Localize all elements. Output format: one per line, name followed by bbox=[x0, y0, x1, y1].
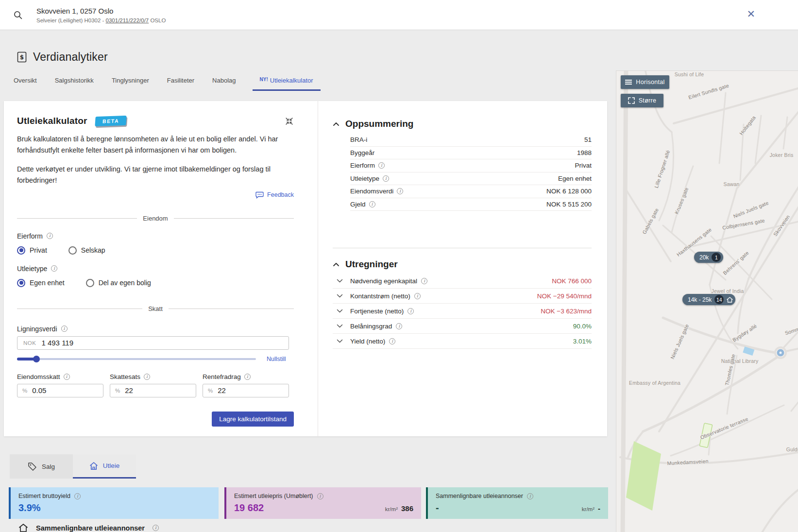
page-title: $ Verdianalytiker bbox=[17, 51, 108, 64]
chevron-down-icon[interactable] bbox=[337, 279, 343, 283]
info-icon[interactable] bbox=[397, 188, 403, 194]
row-label: Nødvendig egenkapital bbox=[350, 277, 417, 285]
sammenlignbare-section-header[interactable]: Sammenlignbare utleieannonser bbox=[18, 523, 159, 532]
collapse-icon[interactable] bbox=[285, 117, 294, 126]
info-icon[interactable] bbox=[378, 162, 385, 169]
table-row: GjeldNOK 5 515 200 bbox=[350, 198, 592, 211]
unit-value: 386 bbox=[401, 504, 413, 513]
field-value: 0.05 bbox=[32, 386, 46, 395]
info-icon[interactable] bbox=[421, 278, 427, 284]
card-value: 3.9% bbox=[18, 502, 41, 514]
map-label: Embassy of Argentina bbox=[629, 380, 680, 386]
info-icon[interactable] bbox=[389, 338, 395, 344]
ligningsverdi-input[interactable]: NOK 1 493 119 bbox=[17, 336, 289, 350]
tab-nabolag[interactable]: Nabolag bbox=[211, 77, 237, 91]
tab-fasiliteter[interactable]: Fasiliteter bbox=[166, 77, 196, 91]
tab-oversikt[interactable]: Oversikt bbox=[12, 77, 38, 91]
row-label: BRA-i bbox=[350, 136, 367, 143]
eierform-label: Eierform bbox=[17, 232, 43, 240]
map-panel[interactable]: Sushi of Life Eilert Sundts gate Holtega… bbox=[616, 70, 798, 532]
radio-circle bbox=[17, 246, 25, 255]
skattesats-input[interactable]: %22 bbox=[110, 384, 196, 397]
radio-del-av-egen-bolig[interactable]: Del av egen bolig bbox=[86, 279, 151, 287]
row-value: 1988 bbox=[577, 149, 592, 156]
close-icon[interactable]: ✕ bbox=[747, 9, 755, 19]
tab-tinglysninger[interactable]: Tinglysninger bbox=[110, 77, 151, 91]
map-label: Sawan bbox=[723, 181, 739, 187]
chat-icon bbox=[255, 191, 264, 199]
field-label: Eiendomsskatt bbox=[17, 373, 60, 380]
field-value: 22 bbox=[218, 386, 226, 395]
chevron-up-icon[interactable] bbox=[333, 122, 340, 126]
valuation-doc-icon: $ bbox=[17, 51, 27, 63]
feedback-link[interactable]: Feedback bbox=[255, 191, 294, 199]
eierform-radio-group: Privat Selskap bbox=[17, 246, 294, 255]
house-icon bbox=[89, 462, 98, 470]
ligningsverdi-value: 1 493 119 bbox=[41, 339, 73, 347]
save-calculator-button[interactable]: Lagre kalkulatortilstand bbox=[212, 412, 294, 427]
tab-utleie[interactable]: Utleie bbox=[73, 454, 136, 479]
chevron-up-icon[interactable] bbox=[333, 262, 340, 267]
rentefradrag-input[interactable]: %22 bbox=[203, 384, 289, 397]
info-icon[interactable] bbox=[74, 493, 81, 499]
info-icon[interactable] bbox=[61, 326, 68, 332]
price-range-marker[interactable]: 14k - 25k 14 bbox=[682, 294, 735, 305]
bruttoyield-card: Estimert bruttoyield 3.9% bbox=[9, 487, 219, 519]
row-label: Belåningsgrad bbox=[350, 323, 392, 330]
storre-button[interactable]: Større bbox=[621, 94, 663, 107]
info-icon[interactable] bbox=[153, 525, 159, 531]
card-value: - bbox=[436, 502, 439, 514]
row-label: Eiendomsverdi bbox=[350, 188, 393, 195]
field-value: 22 bbox=[125, 386, 133, 395]
table-row: Nødvendig egenkapitalNOK 766 000 bbox=[333, 274, 592, 289]
info-icon[interactable] bbox=[396, 323, 402, 329]
info-icon[interactable] bbox=[51, 265, 57, 272]
cadastre-link[interactable]: 0301/211/222/0/7 bbox=[106, 17, 149, 23]
card-label: Estimert bruttoyield bbox=[18, 493, 70, 499]
marker-price: 20k bbox=[699, 254, 709, 261]
main-tabs: Oversikt Salgshistorikk Tinglysninger Fa… bbox=[12, 73, 321, 91]
beta-badge: BETA bbox=[95, 116, 127, 126]
address-subtitle: Selveier (Leilighet) H0302 - 0301/211/22… bbox=[36, 17, 166, 23]
chevron-down-icon[interactable] bbox=[337, 309, 343, 313]
nullstill-link[interactable]: Nullstill bbox=[267, 356, 286, 362]
map-label: Gulds bbox=[786, 446, 798, 452]
info-icon[interactable] bbox=[244, 374, 251, 380]
row-value: NOK −29 540/mnd bbox=[537, 292, 592, 300]
tag-icon bbox=[28, 462, 37, 471]
chevron-down-icon[interactable] bbox=[337, 339, 343, 343]
chevron-down-icon[interactable] bbox=[337, 324, 343, 328]
info-icon[interactable] bbox=[369, 201, 375, 207]
map-label: National Library bbox=[721, 358, 759, 364]
info-icon[interactable] bbox=[527, 493, 533, 499]
radio-privat[interactable]: Privat bbox=[17, 246, 47, 255]
eiendomsskatt-input[interactable]: %0.05 bbox=[17, 384, 103, 397]
tab-salgshistorikk[interactable]: Salgshistorikk bbox=[53, 77, 95, 91]
ligningsverdi-slider[interactable] bbox=[17, 356, 256, 362]
table-row: Byggeår1988 bbox=[350, 147, 592, 160]
radio-selskap[interactable]: Selskap bbox=[68, 246, 105, 255]
info-icon[interactable] bbox=[144, 374, 150, 380]
chevron-down-icon[interactable] bbox=[337, 294, 343, 298]
table-row: EiendomsverdiNOK 6 128 000 bbox=[350, 185, 592, 198]
radio-egen-enhet[interactable]: Egen enhet bbox=[17, 279, 65, 287]
row-value: NOK 5 515 200 bbox=[546, 201, 592, 208]
info-icon[interactable] bbox=[47, 233, 53, 239]
info-icon[interactable] bbox=[317, 493, 323, 499]
table-row: BRA-i51 bbox=[350, 134, 592, 147]
price-marker[interactable]: 20k 1 bbox=[694, 252, 723, 263]
utleietype-label: Utleietype bbox=[17, 265, 47, 273]
expand-icon bbox=[628, 97, 635, 104]
calculator-description-1: Bruk kalkulatoren til å beregne lønnsomh… bbox=[17, 134, 294, 156]
info-icon[interactable] bbox=[414, 293, 421, 299]
info-icon[interactable] bbox=[407, 308, 414, 314]
slider-thumb[interactable] bbox=[33, 356, 40, 362]
info-icon[interactable] bbox=[383, 175, 389, 182]
info-icon[interactable] bbox=[64, 374, 70, 380]
tab-utleiekalkulator[interactable]: NY!Utleiekalkulator bbox=[253, 77, 321, 91]
calculator-pane: Utleiekalkulator BETA Bruk kalkulatoren … bbox=[17, 116, 294, 427]
horisontal-button[interactable]: Horisontal bbox=[621, 75, 669, 89]
tab-salg[interactable]: Salg bbox=[10, 454, 73, 479]
svg-text:$: $ bbox=[20, 54, 24, 61]
tab-utleiekalkulator-label: Utleiekalkulator bbox=[270, 77, 313, 84]
